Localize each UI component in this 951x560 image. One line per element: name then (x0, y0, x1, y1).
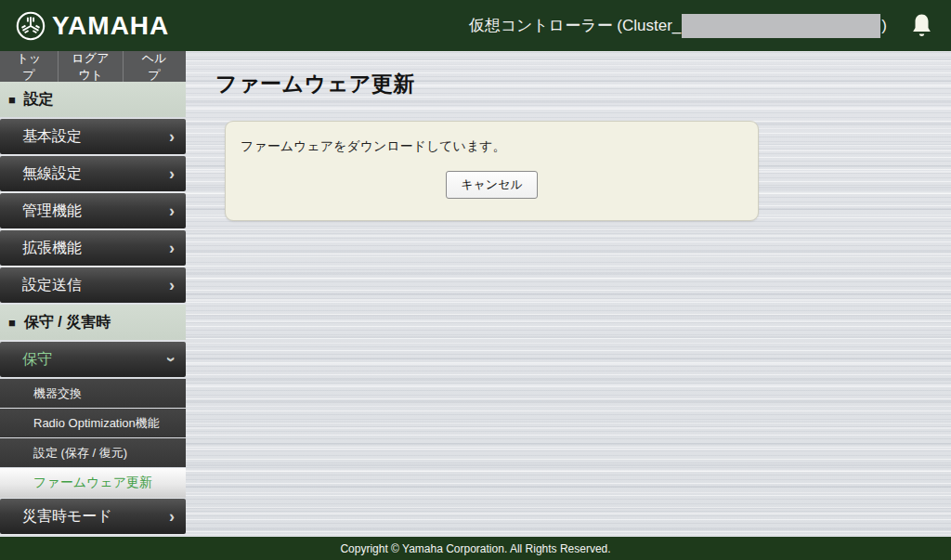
page: YAMAHA 仮想コントローラー (Cluster_ ) トップ ログアウト ヘ (0, 0, 951, 560)
section-label: 保守 / 災害時 (24, 313, 111, 332)
yamaha-tuning-fork-icon (15, 10, 46, 42)
sidebar-item-basic-settings[interactable]: 基本設定 › (0, 119, 186, 154)
cancel-button[interactable]: キャンセル (446, 171, 538, 199)
sidebar-item-disaster-mode[interactable]: 災害時モード › (0, 499, 186, 534)
sidebar-subitem-device-replacement[interactable]: 機器交換 (0, 379, 186, 408)
section-bullet-icon: ■ (8, 317, 16, 329)
menu-item-label: 無線設定 (22, 164, 82, 184)
sidebar-item-wireless-settings[interactable]: 無線設定 › (0, 156, 186, 191)
chevron-right-icon: › (169, 165, 175, 182)
notification-bell-icon[interactable] (909, 12, 934, 40)
sidebar-section-settings: ■ 設定 (0, 82, 186, 117)
menu-item-label: 保守 (22, 350, 52, 370)
tab-help[interactable]: ヘルプ (124, 51, 185, 82)
menu-item-label: 管理機能 (22, 202, 82, 221)
chevron-down-icon: › (163, 357, 180, 362)
menu-item-label: 設定送信 (22, 276, 82, 295)
submenu-item-label: 機器交換 (33, 385, 82, 402)
section-bullet-icon: ■ (8, 94, 16, 106)
page-title: ファームウェア更新 (215, 70, 951, 98)
menu-item-label: 基本設定 (22, 127, 82, 147)
submenu-item-label: 設定 (保存 / 復元) (33, 445, 127, 462)
submenu-item-label: ファームウェア更新 (33, 475, 152, 491)
sidebar: トップ ログアウト ヘルプ ■ 設定 基本設定 › 無線設定 › (0, 51, 186, 537)
redacted-cluster-name (682, 14, 880, 38)
sidebar-item-config-send[interactable]: 設定送信 › (0, 267, 186, 303)
sidebar-section-maintenance-disaster: ■ 保守 / 災害時 (0, 305, 186, 340)
download-status-message: ファームウェアをダウンロードしています。 (241, 138, 743, 155)
copyright-text: Copyright © Yamaha Corporation. All Righ… (340, 542, 610, 555)
chevron-right-icon: › (169, 202, 175, 219)
controller-title-suffix: ) (881, 17, 887, 35)
section-label: 設定 (24, 90, 54, 110)
submenu-item-label: Radio Optimization機能 (33, 415, 160, 432)
sidebar-subitem-radio-optimization[interactable]: Radio Optimization機能 (0, 409, 186, 437)
menu-item-label: 災害時モード (22, 507, 112, 527)
app-header: YAMAHA 仮想コントローラー (Cluster_ ) (0, 0, 951, 51)
chevron-right-icon: › (169, 240, 175, 256)
sidebar-menu: ■ 設定 基本設定 › 無線設定 › 管理機能 › 拡張機能 › (0, 82, 186, 537)
sidebar-subitem-firmware-update[interactable]: ファームウェア更新 (0, 468, 186, 498)
app-footer: Copyright © Yamaha Corporation. All Righ… (0, 537, 951, 560)
top-tab-bar: トップ ログアウト ヘルプ (0, 51, 186, 82)
controller-title: 仮想コントローラー (Cluster_ ) (469, 14, 887, 38)
firmware-download-panel: ファームウェアをダウンロードしています。 キャンセル (225, 121, 759, 221)
chevron-right-icon: › (169, 128, 175, 145)
panel-actions: キャンセル (241, 171, 743, 199)
controller-title-prefix: 仮想コントローラー (Cluster_ (469, 15, 682, 36)
chevron-right-icon: › (169, 508, 175, 525)
sidebar-item-management[interactable]: 管理機能 › (0, 193, 186, 228)
tab-logout[interactable]: ログアウト (59, 51, 124, 82)
brand-text: YAMAHA (52, 12, 169, 39)
main-content: ファームウェア更新 ファームウェアをダウンロードしています。 キャンセル (186, 51, 951, 537)
chevron-right-icon: › (169, 277, 175, 293)
yamaha-logo: YAMAHA (15, 10, 169, 42)
body-row: トップ ログアウト ヘルプ ■ 設定 基本設定 › 無線設定 › (0, 51, 951, 537)
tab-top[interactable]: トップ (0, 51, 59, 82)
sidebar-item-maintenance[interactable]: 保守 › (0, 342, 186, 377)
header-right: 仮想コントローラー (Cluster_ ) (469, 12, 934, 40)
sidebar-subitem-config-save-restore[interactable]: 設定 (保存 / 復元) (0, 438, 186, 467)
sidebar-item-extended-features[interactable]: 拡張機能 › (0, 230, 186, 266)
menu-item-label: 拡張機能 (22, 239, 82, 258)
